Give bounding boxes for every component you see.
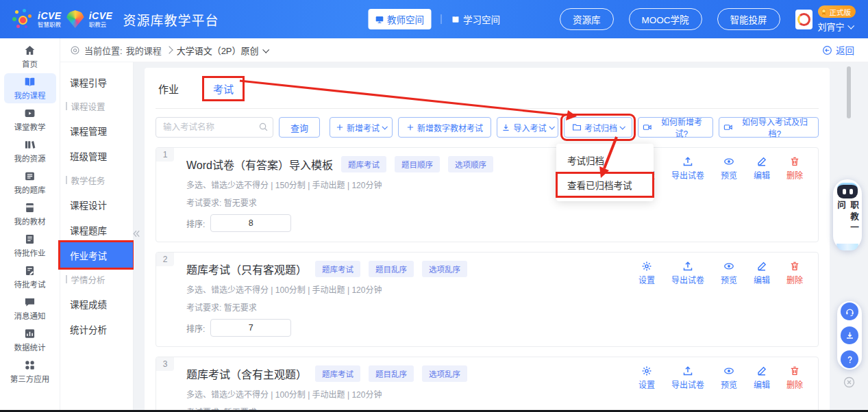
book-icon (451, 15, 460, 24)
preview-action[interactable]: 预览 (721, 261, 737, 285)
export-paper-action[interactable]: 导出试卷 (671, 156, 704, 181)
submenu-section-teaching-tasks: 教学任务 (60, 168, 133, 192)
sidebar-item-messages[interactable]: 消息通知 (4, 294, 56, 324)
pending-exam-icon (24, 265, 36, 276)
brand-logos: iCVE智慧职教 iCVE职教云 资源库教学平台 (12, 9, 219, 29)
submenu-item-course-design[interactable]: 课程设计 (60, 192, 133, 217)
sort-input[interactable] (210, 214, 291, 232)
settings-action[interactable]: 设置 (638, 261, 655, 285)
question-bank-icon (24, 170, 36, 182)
exam-archive-button[interactable]: 考试归档 考试归档 查看已归档考试 (564, 117, 632, 138)
sidebar-item-pending-homework[interactable]: 待批作业 (4, 231, 56, 261)
submenu-item-course-management[interactable]: 课程管理 (60, 118, 133, 143)
submenu-item-homework-exam[interactable]: 作业考试 (60, 242, 133, 268)
edit-action[interactable]: 编辑 (754, 365, 770, 390)
sidebar-item-home[interactable]: 首页 (4, 42, 56, 72)
breadcrumb-root[interactable]: 我的课程 (126, 44, 162, 57)
page: iCVE智慧职教 iCVE职教云 资源库教学平台 教师空间 学习空间 资源库 M… (0, 0, 868, 412)
delete-action[interactable]: 删除 (786, 365, 803, 390)
exam-tag: 题目乱序 (369, 261, 414, 277)
chevron-right-icon (165, 46, 173, 53)
cloud-download-icon (845, 331, 855, 341)
toolbar-button-group: 新增考试 新增数字教材考试 导入考试 (330, 117, 819, 138)
exam-index: 2 (156, 253, 174, 266)
breadcrumb-label: 当前位置: (84, 44, 123, 57)
delete-action[interactable]: 删除 (786, 261, 803, 285)
gear-icon (641, 261, 652, 272)
my-courses-icon (24, 76, 36, 88)
dropdown-item-exam-archive[interactable]: 考试归档 (556, 148, 654, 172)
scrollbar-thumb[interactable] (847, 66, 851, 118)
submenu-item-course-guide[interactable]: 课程引导 (60, 69, 133, 94)
teacher-space-nav[interactable]: 教师空间 (368, 9, 431, 29)
learning-space-nav[interactable]: 学习空间 (451, 12, 500, 26)
how-to-import-archive-button[interactable]: 如何导入考试及归档? (719, 117, 819, 138)
export-paper-action[interactable]: 导出试卷 (671, 261, 704, 285)
platform-title: 资源库教学平台 (123, 10, 219, 29)
exam-card: 2 题库考试（只有客观题） 题库考试 题目乱序 选项乱序 多选、错选少选不得分 … (156, 252, 819, 347)
medal-icon (820, 8, 828, 16)
user-menu[interactable]: 正式版 刘宵宁 (795, 5, 856, 33)
customer-service-button[interactable] (841, 302, 858, 320)
back-button[interactable]: 返回 (822, 43, 854, 57)
sidebar-item-textbook[interactable]: 我的教材 (4, 199, 56, 229)
dropdown-item-view-archived-exams[interactable]: 查看已归档考试 (556, 172, 654, 197)
edit-action[interactable]: 编辑 (754, 261, 770, 285)
close-floating-button[interactable] (843, 376, 855, 388)
gear-icon (641, 365, 652, 376)
customer-service-icon (845, 307, 855, 317)
how-to-add-exam-button[interactable]: 如何新增考试? (638, 117, 713, 138)
icve-cloud-logo-text: iCVE职教云 (89, 11, 113, 28)
sidebar-item-my-resources[interactable]: 我的资源 (4, 136, 56, 166)
tab-homework[interactable]: 作业 (158, 81, 179, 96)
exam-card: 3 题库考试（含有主观题） 题库考试 题目乱序 选项乱序 多选、错选少选不得分 … (156, 357, 819, 412)
delete-action[interactable]: 删除 (786, 156, 803, 181)
exam-title: 题库考试（含有主观题） (186, 365, 307, 382)
submenu-item-course-grades[interactable]: 课程成绩 (60, 291, 133, 316)
exam-search-input[interactable] (156, 117, 273, 138)
sidebar-item-third-party-apps[interactable]: 第三方应用 (4, 357, 56, 387)
exam-tag: 题库考试 (315, 365, 360, 382)
smart-casting-link[interactable]: 智能投屏 (717, 8, 780, 30)
edit-action[interactable]: 编辑 (754, 156, 770, 181)
query-button[interactable]: 查询 (279, 117, 320, 138)
add-exam-button[interactable]: 新增考试 (330, 117, 393, 138)
exam-card: 1 Word试卷（有答案）导入模板 题库考试 题目顺序 选项顺序 多选、错选少选… (156, 147, 819, 242)
submenu-item-class-management[interactable]: 班级管理 (60, 143, 133, 168)
sidebar-item-classroom-teaching[interactable]: 课堂教学 (4, 105, 56, 135)
import-exam-button[interactable]: 导入考试 (497, 117, 558, 138)
sort-input[interactable] (210, 319, 291, 337)
trash-icon (789, 156, 800, 167)
statistics-icon (24, 328, 36, 339)
download-button[interactable] (841, 326, 858, 344)
preview-action[interactable]: 预览 (721, 156, 737, 181)
add-digital-textbook-exam-button[interactable]: 新增数字教材考试 (398, 117, 491, 138)
submenu-item-course-question-bank[interactable]: 课程题库 (60, 217, 133, 242)
submenu-collapse-button[interactable] (131, 229, 141, 239)
sidebar-item-statistics[interactable]: 数据统计 (4, 325, 56, 355)
sidebar-item-question-bank[interactable]: 我的题库 (4, 168, 56, 198)
tab-exam[interactable]: 考试 (213, 83, 234, 95)
preview-action[interactable]: 预览 (721, 365, 737, 390)
breadcrumb-current-course[interactable]: 大学语文（2P）原创 (177, 44, 268, 57)
exam-list-card: 作业 考试 查询 新增 (145, 68, 830, 412)
sidebar-item-pending-exam[interactable]: 待批考试 (4, 262, 56, 292)
exam-tag: 题库考试 (315, 261, 360, 277)
username: 刘宵宁 (818, 20, 853, 33)
tabs: 作业 考试 (156, 75, 819, 109)
textbook-icon (24, 202, 36, 214)
chevron-down-icon (382, 124, 387, 129)
robot-icon (837, 183, 858, 198)
mooc-academy-link[interactable]: MOOC学院 (629, 8, 702, 30)
export-paper-action[interactable]: 导出试卷 (671, 365, 704, 390)
resource-library-link[interactable]: 资源库 (560, 8, 614, 30)
help-button[interactable] (841, 350, 858, 368)
sidebar-item-my-courses[interactable]: 我的课程 (4, 73, 56, 103)
settings-action[interactable]: 设置 (638, 365, 655, 390)
exam-index: 1 (156, 148, 174, 162)
video-icon (643, 123, 652, 132)
submenu-item-statistical-analysis[interactable]: 统计分析 (60, 316, 133, 342)
submenu-section-course-settings: 课程设置 (60, 94, 133, 118)
classroom-teaching-icon (24, 107, 36, 119)
assistant-widget[interactable]: 职教一问 (833, 179, 862, 250)
